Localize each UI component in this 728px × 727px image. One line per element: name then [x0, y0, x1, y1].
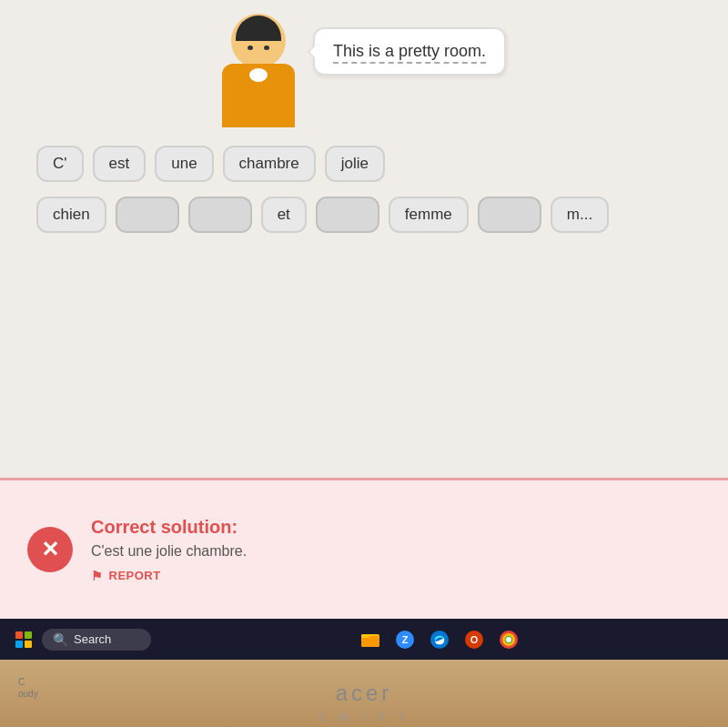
- character-collar: [249, 68, 268, 82]
- tile-chambre[interactable]: chambre: [223, 146, 316, 182]
- tiles-section: C' est une chambre jolie chien et femme …: [0, 127, 728, 266]
- tile-une[interactable]: une: [155, 146, 213, 182]
- zoom-icon: Z: [395, 630, 415, 650]
- report-link[interactable]: ⚑ REPORT: [91, 569, 701, 583]
- report-label: REPORT: [109, 569, 161, 582]
- left-eye: [248, 45, 253, 50]
- tile-empty-2[interactable]: [188, 197, 252, 233]
- office-icon: O: [464, 630, 484, 650]
- search-label: Search: [74, 632, 111, 646]
- win-cell-4: [25, 641, 32, 648]
- folder-icon: [360, 630, 380, 650]
- taskbar-left: 🔍 Search: [7, 623, 151, 656]
- bottom-bezel: C oudy acer S W I F T: [0, 660, 728, 727]
- tile-m[interactable]: m...: [551, 197, 609, 233]
- win-cell-1: [15, 631, 23, 639]
- svg-text:O: O: [470, 634, 479, 645]
- svg-text:Z: Z: [402, 634, 409, 645]
- tile-jolie[interactable]: jolie: [325, 146, 385, 182]
- windows-button[interactable]: [7, 623, 40, 656]
- taskbar-chrome[interactable]: [492, 623, 525, 656]
- tile-et[interactable]: et: [261, 197, 307, 233]
- character-head: [231, 14, 286, 68]
- search-bar[interactable]: 🔍 Search: [42, 629, 151, 651]
- character-area: This is a pretty room.: [0, 0, 728, 127]
- character-body: [222, 64, 295, 127]
- edge-icon: [430, 630, 450, 650]
- win-cell-3: [15, 641, 23, 648]
- x-icon: ✕: [41, 539, 59, 560]
- taskbar-office[interactable]: O: [458, 623, 490, 656]
- acer-logo: acer: [336, 681, 393, 706]
- solution-content: Correct solution: C'est une jolie chambr…: [91, 517, 701, 583]
- tile-chien[interactable]: chien: [36, 197, 106, 233]
- right-eye: [264, 45, 269, 50]
- win-cell-2: [25, 631, 32, 639]
- character-figure: [222, 14, 295, 127]
- taskbar-icons: Z O: [158, 623, 721, 656]
- taskbar: 🔍 Search Z: [0, 619, 728, 660]
- character-eyes: [231, 45, 286, 50]
- screen: This is a pretty room. C' est une chambr…: [0, 0, 728, 619]
- left-label-line1: C: [18, 676, 38, 688]
- tiles-row-1: C' est une chambre jolie: [36, 146, 692, 182]
- taskbar-file-explorer[interactable]: [354, 623, 387, 656]
- taskbar-edge[interactable]: [423, 623, 456, 656]
- speech-bubble: This is a pretty room.: [313, 27, 506, 76]
- tiles-row-2: chien et femme m...: [36, 197, 692, 233]
- tile-empty-4[interactable]: [478, 197, 541, 233]
- tile-empty-1[interactable]: [116, 197, 179, 233]
- solution-panel: ✕ Correct solution: C'est une jolie cham…: [0, 478, 728, 619]
- tile-empty-3[interactable]: [316, 197, 379, 233]
- tile-femme[interactable]: femme: [389, 197, 469, 233]
- tile-est[interactable]: est: [93, 146, 147, 182]
- svg-point-5: [430, 631, 449, 649]
- solution-title: Correct solution:: [91, 517, 701, 538]
- tile-c[interactable]: C': [36, 146, 84, 182]
- svg-point-11: [506, 637, 511, 642]
- svg-rect-2: [361, 634, 369, 638]
- keyboard-hint: S W I F T: [318, 712, 410, 722]
- left-label-line2: oudy: [18, 688, 38, 700]
- chrome-icon: [499, 630, 519, 650]
- taskbar-zoom[interactable]: Z: [389, 623, 421, 656]
- windows-logo: [15, 631, 32, 648]
- character-hair: [236, 15, 281, 41]
- speech-text: This is a pretty room.: [333, 42, 486, 64]
- solution-text: C'est une jolie chambre.: [91, 543, 701, 560]
- search-icon: 🔍: [53, 632, 68, 647]
- screen-content: This is a pretty room. C' est une chambr…: [0, 0, 728, 619]
- x-circle: ✕: [27, 527, 73, 572]
- report-icon: ⚑: [91, 569, 104, 583]
- left-label: C oudy: [18, 676, 38, 700]
